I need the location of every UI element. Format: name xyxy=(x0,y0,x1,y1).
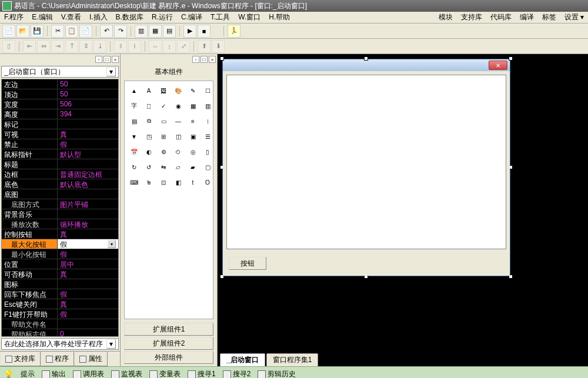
property-value[interactable]: 默认底色 xyxy=(58,179,118,189)
property-row[interactable]: 帮助文件名 xyxy=(2,319,118,329)
ext-components-2-button[interactable]: 扩展组件2 xyxy=(124,337,213,350)
property-value[interactable]: 假 xyxy=(58,289,118,299)
property-row[interactable]: 帮助标志值0 xyxy=(2,329,118,337)
menu-program[interactable]: F.程序 xyxy=(0,11,28,24)
property-value[interactable] xyxy=(58,189,118,199)
menu-view[interactable]: V.查看 xyxy=(57,11,85,24)
component-icon[interactable]: ↻ xyxy=(128,161,140,173)
property-value[interactable] xyxy=(58,159,118,169)
status-output[interactable]: 输出 xyxy=(42,369,66,378)
form-body[interactable]: 按钮 xyxy=(223,71,510,276)
stop-button[interactable]: ■ xyxy=(198,25,211,38)
align-middle-button[interactable]: ⇕ xyxy=(79,40,92,53)
component-icon[interactable]: ▲ xyxy=(128,85,140,96)
menu-supportlib[interactable]: 支持库 xyxy=(457,11,486,24)
menu-insert[interactable]: I.插入 xyxy=(85,11,112,24)
property-value[interactable]: 默认型 xyxy=(58,149,118,159)
component-icon[interactable]: ⚙ xyxy=(158,146,169,158)
property-row[interactable]: F1键打开帮助假 xyxy=(2,309,118,319)
menu-tools[interactable]: T.工具 xyxy=(206,11,234,24)
status-watch[interactable]: 监视表 xyxy=(111,369,142,378)
property-value[interactable]: 50 xyxy=(58,89,118,99)
property-row[interactable]: 最大化按钮假▾ xyxy=(2,239,118,249)
menu-settings[interactable]: 设置 ▾ xyxy=(560,11,588,24)
component-icon[interactable]: 🎨 xyxy=(172,85,184,96)
component-icon[interactable]: ⫶ xyxy=(202,115,213,127)
component-icon[interactable]: ▤ xyxy=(128,115,140,127)
component-icon[interactable]: ☰ xyxy=(202,131,213,142)
design-form[interactable]: ✕ 按钮 xyxy=(222,59,510,276)
component-icon[interactable]: ⇆ xyxy=(158,161,169,173)
property-value[interactable]: 0 xyxy=(58,329,118,337)
property-value[interactable]: 真 xyxy=(58,269,118,279)
component-icon[interactable]: ⏲ xyxy=(172,146,184,158)
component-icon[interactable]: ◐ xyxy=(143,146,155,158)
component-icon[interactable]: ▰ xyxy=(187,161,199,173)
property-value[interactable]: 真 xyxy=(58,229,118,239)
property-row[interactable]: 可视真 xyxy=(2,129,118,139)
cut-button[interactable]: ✂ xyxy=(51,25,64,38)
design-tab-programset[interactable]: 窗口程序集1 xyxy=(266,353,319,366)
panel-minimize-icon[interactable]: ▫ xyxy=(95,56,102,63)
back-button[interactable]: ⬇ xyxy=(212,40,225,53)
property-row[interactable]: 左边50 xyxy=(2,79,118,89)
component-icon[interactable]: ≡ xyxy=(187,115,199,127)
dropdown-arrow-icon[interactable]: ▾ xyxy=(106,339,116,349)
resize-handle[interactable] xyxy=(220,56,224,61)
property-row[interactable]: 标题 xyxy=(2,159,118,169)
property-row[interactable]: 标记 xyxy=(2,119,118,129)
component-icon[interactable]: ↺ xyxy=(143,161,155,173)
property-value[interactable]: 真 xyxy=(58,299,118,309)
size2-button[interactable]: ↕ xyxy=(163,40,176,53)
property-value[interactable]: 居中 xyxy=(58,259,118,269)
object-selector[interactable]: _启动窗口（窗口） ▾ xyxy=(1,66,119,78)
status-search2[interactable]: 搜寻2 xyxy=(223,369,251,378)
layout1-button[interactable]: ▥ xyxy=(135,25,148,38)
property-value[interactable]: 394 xyxy=(58,109,118,119)
component-icon[interactable]: 字 xyxy=(128,100,140,112)
align-bottom-button[interactable]: ⤓ xyxy=(93,40,106,53)
redo-button[interactable]: ↷ xyxy=(114,25,127,38)
property-row[interactable]: 回车下移焦点假 xyxy=(2,289,118,299)
align-right-button[interactable]: ⇥ xyxy=(51,40,64,53)
component-icon[interactable]: ✎ xyxy=(187,85,199,96)
property-row[interactable]: 底图方式图片平铺 xyxy=(2,199,118,209)
panel-dock-icon[interactable]: □ xyxy=(103,56,111,63)
menu-database[interactable]: B.数据库 xyxy=(112,11,148,24)
component-icon[interactable]: ▢ xyxy=(202,161,213,173)
run-button[interactable]: ▶ xyxy=(183,25,196,38)
new-button[interactable]: 📄 xyxy=(2,25,15,38)
status-search1[interactable]: 搜寻1 xyxy=(188,369,216,378)
status-callstack[interactable]: 调用表 xyxy=(73,369,104,378)
tab-properties[interactable]: 属性 xyxy=(74,352,108,366)
menu-edit[interactable]: E.编辑 xyxy=(28,11,56,24)
size3-button[interactable]: ⤢ xyxy=(177,40,190,53)
component-icon[interactable]: — xyxy=(172,115,184,127)
component-icon[interactable]: ▯ xyxy=(202,146,213,158)
component-icon[interactable]: 🖼 xyxy=(158,85,169,96)
property-value[interactable] xyxy=(58,119,118,129)
component-icon[interactable]: ▼ xyxy=(128,131,140,142)
property-value[interactable]: 506 xyxy=(58,99,118,109)
panel-dock-icon[interactable]: □ xyxy=(201,56,208,63)
component-icon[interactable]: ⧉ xyxy=(143,115,155,127)
dist-h-button[interactable]: ⫴ xyxy=(114,40,127,53)
component-icon[interactable]: ▭ xyxy=(158,115,169,127)
component-icon[interactable]: ▱ xyxy=(172,161,184,173)
component-icon[interactable]: ◫ xyxy=(172,131,184,142)
copy-button[interactable]: 📋 xyxy=(65,25,78,38)
dist-v-button[interactable]: ⫲ xyxy=(128,40,141,53)
property-value[interactable]: 假 xyxy=(58,249,118,259)
dropdown-arrow-icon[interactable]: ▾ xyxy=(106,67,116,76)
property-value[interactable]: 循环播放 xyxy=(58,219,118,229)
property-value[interactable]: 真 xyxy=(58,129,118,139)
property-row[interactable]: 底图 xyxy=(2,189,118,199)
status-vars[interactable]: 变量表 xyxy=(149,369,181,378)
menu-codelib[interactable]: 代码库 xyxy=(486,11,516,24)
event-selector[interactable]: 在此处选择加入事件处理子程序 ▾ xyxy=(1,338,119,350)
property-value[interactable]: 普通固定边框 xyxy=(58,169,118,179)
resize-handle[interactable] xyxy=(509,56,513,61)
layout3-button[interactable]: ▤ xyxy=(163,25,176,38)
align-top-button[interactable]: ⤒ xyxy=(65,40,78,53)
tab-program[interactable]: 程序 xyxy=(41,352,74,366)
